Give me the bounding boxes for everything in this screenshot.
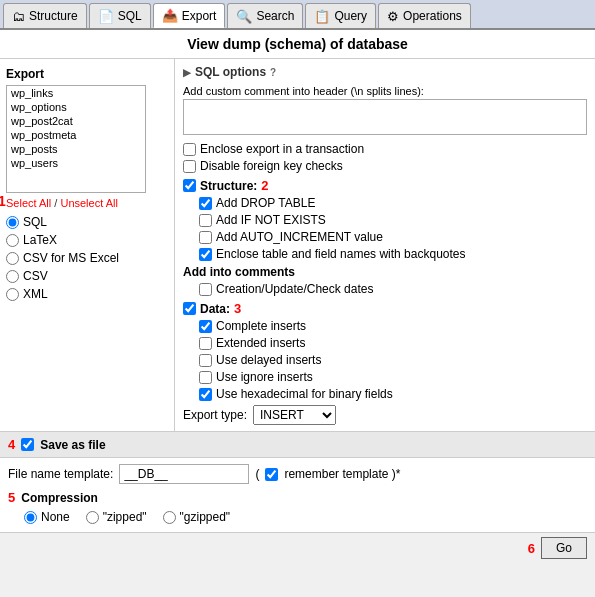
delayed-inserts-row: Use delayed inserts [199,353,587,367]
hex-binary-label: Use hexadecimal for binary fields [216,387,393,401]
complete-inserts-checkbox[interactable] [199,320,212,333]
format-xml-radio[interactable] [6,288,19,301]
tab-search[interactable]: 🔍 Search [227,3,303,28]
creation-dates-checkbox[interactable] [199,283,212,296]
compress-gzipped: "gzipped" [163,508,231,526]
list-item[interactable]: wp_users [7,156,145,170]
unselect-all-link[interactable]: Unselect All [60,197,117,209]
ignore-inserts-row: Use ignore inserts [199,370,587,384]
file-name-row: File name template: ( remember template … [8,464,587,484]
add-drop-table-checkbox[interactable] [199,197,212,210]
add-drop-table-label: Add DROP TABLE [216,196,315,210]
add-auto-increment-row: Add AUTO_INCREMENT value [199,230,587,244]
add-if-not-exists-checkbox[interactable] [199,214,212,227]
paren-open: ( [255,467,259,481]
add-comments-label: Add into comments [183,265,587,279]
tab-export[interactable]: 📤 Export [153,3,226,28]
select-links: Select All / Unselect All [6,197,168,209]
tab-structure[interactable]: 🗂 Structure [3,3,87,28]
compress-none: None [24,508,70,526]
tab-query[interactable]: 📋 Query [305,3,376,28]
list-item[interactable]: wp_links [7,86,145,100]
disable-foreign-checkbox[interactable] [183,160,196,173]
add-auto-increment-label: Add AUTO_INCREMENT value [216,230,383,244]
save-as-file-checkbox[interactable] [21,438,34,451]
file-name-input[interactable] [119,464,249,484]
compression-section: 5 Compression None "zipped" "gzipped" [8,490,587,526]
disable-foreign-row: Disable foreign key checks [183,159,587,173]
num6-badge: 6 [528,541,535,556]
delayed-inserts-checkbox[interactable] [199,354,212,367]
enclose-transaction-row: Enclose export in a transaction [183,142,587,156]
hex-binary-checkbox[interactable] [199,388,212,401]
export-type-row: Export type: INSERT UPDATE REPLACE [183,405,587,425]
extended-inserts-label: Extended inserts [216,336,305,350]
format-sql-radio[interactable] [6,216,19,229]
complete-inserts-row: Complete inserts [199,319,587,333]
data-options: Complete inserts Extended inserts Use de… [199,319,587,401]
ignore-inserts-checkbox[interactable] [199,371,212,384]
disable-foreign-label: Disable foreign key checks [200,159,343,173]
query-icon: 📋 [314,9,330,24]
data-checkbox[interactable] [183,302,196,315]
list-item[interactable]: wp_posts [7,142,145,156]
tab-operations[interactable]: ⚙ Operations [378,3,471,28]
data-section-label: Data: 3 [183,301,587,316]
num2-badge: 2 [261,178,268,193]
sql-icon: 📄 [98,9,114,24]
structure-icon: 🗂 [12,9,25,24]
left-panel: Export 1 wp_links wp_options wp_post2cat… [0,59,175,431]
compress-gzipped-radio[interactable] [163,511,176,524]
format-csv-radio[interactable] [6,270,19,283]
comment-textarea[interactable] [183,99,587,135]
arrow-icon: ▶ [183,67,191,78]
format-latex-radio[interactable] [6,234,19,247]
app-container: 🗂 Structure 📄 SQL 📤 Export 🔍 Search 📋 Qu… [0,0,595,563]
select-all-link[interactable]: Select All [6,197,51,209]
compress-none-label: None [41,510,70,524]
format-sql-label: SQL [23,215,47,229]
list-item[interactable]: wp_postmeta [7,128,145,142]
tab-structure-label: Structure [29,9,78,23]
format-csv-excel-radio[interactable] [6,252,19,265]
compress-none-radio[interactable] [24,511,37,524]
compression-label: Compression [21,491,98,505]
format-latex-label: LaTeX [23,233,57,247]
tab-sql[interactable]: 📄 SQL [89,3,151,28]
remember-template-checkbox[interactable] [265,468,278,481]
format-latex: LaTeX [6,231,168,249]
num5-badge: 5 [8,490,15,505]
export-type-select[interactable]: INSERT UPDATE REPLACE [253,405,336,425]
enclose-transaction-checkbox[interactable] [183,143,196,156]
tab-search-label: Search [256,9,294,23]
tab-query-label: Query [334,9,367,23]
export-icon: 📤 [162,8,178,23]
format-xml: XML [6,285,168,303]
enclose-backquotes-checkbox[interactable] [199,248,212,261]
sql-options-label: SQL options [195,65,266,79]
format-csv: CSV [6,267,168,285]
add-comments-options: Creation/Update/Check dates [199,282,587,296]
go-button[interactable]: Go [541,537,587,559]
table-list[interactable]: wp_links wp_options wp_post2cat wp_postm… [6,85,146,193]
format-sql: SQL [6,213,168,231]
tab-sql-label: SQL [118,9,142,23]
complete-inserts-label: Complete inserts [216,319,306,333]
list-item[interactable]: wp_options [7,100,145,114]
extended-inserts-checkbox[interactable] [199,337,212,350]
num1-badge: 1 [0,193,6,209]
compress-zipped-radio[interactable] [86,511,99,524]
page-title: View dump (schema) of database [0,30,595,59]
add-if-not-exists-label: Add IF NOT EXISTS [216,213,326,227]
structure-checkbox[interactable] [183,179,196,192]
data-label: Data: [200,302,230,316]
compress-zipped-label: "zipped" [103,510,147,524]
list-item[interactable]: wp_post2cat [7,114,145,128]
hex-binary-row: Use hexadecimal for binary fields [199,387,587,401]
save-as-file-label: Save as file [40,438,105,452]
sql-options-header[interactable]: ▶ SQL options ? [183,65,587,79]
enclose-backquotes-row: Enclose table and field names with backq… [199,247,587,261]
creation-dates-row: Creation/Update/Check dates [199,282,587,296]
bottom-bar: 6 Go [0,532,595,563]
add-auto-increment-checkbox[interactable] [199,231,212,244]
